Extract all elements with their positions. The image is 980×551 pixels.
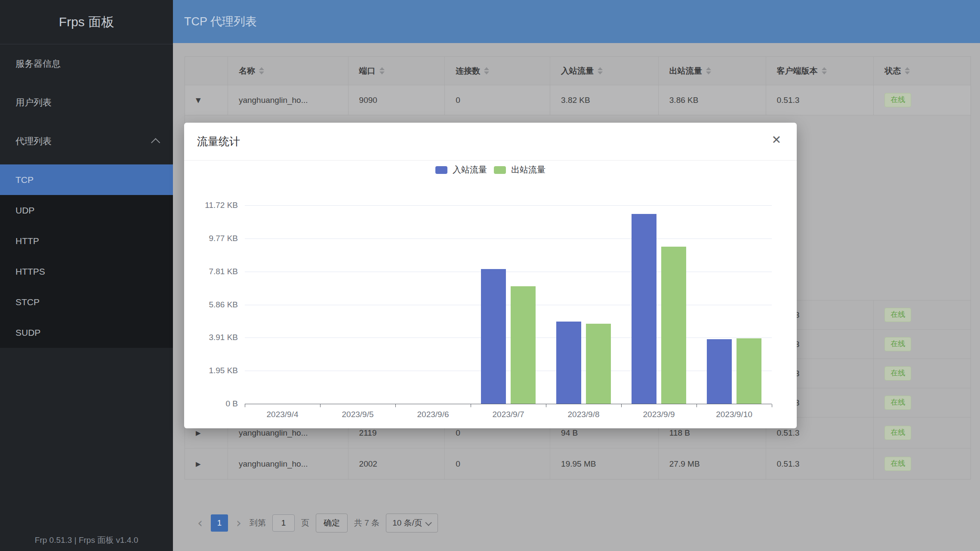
bar-outbound	[586, 324, 611, 404]
page-size-select[interactable]: 10 条/页	[386, 514, 438, 532]
x-axis-tick-label: 2023/9/8	[568, 410, 600, 419]
traffic-in-cell: 3.82 KB	[550, 85, 659, 115]
submenu-label: STCP	[15, 297, 40, 307]
submenu-label: SUDP	[15, 328, 40, 338]
gridline	[245, 337, 772, 338]
column-header-label: 客户端版本	[777, 65, 818, 77]
submenu-item-stcp[interactable]: STCP	[0, 287, 173, 317]
sidebar-item-user-list[interactable]: 用户列表	[0, 87, 173, 118]
collapse-row-caret-icon[interactable]: ▼	[196, 96, 201, 104]
column-header[interactable]: 客户端版本	[766, 57, 874, 85]
submenu-label: TCP	[15, 175, 34, 185]
x-axis-tick-label: 2023/9/10	[716, 410, 752, 419]
submenu-label: UDP	[15, 205, 34, 216]
x-axis-tick	[471, 404, 471, 407]
close-icon[interactable]: ✕	[771, 133, 781, 146]
table-row: ▶yanghuanglin_ho...2002019.95 MB27.9 MB0…	[185, 449, 971, 479]
submenu-item-sudp[interactable]: SUDP	[0, 317, 173, 348]
gridline	[245, 205, 772, 206]
column-header[interactable]: 状态	[874, 57, 971, 85]
status-badge: 在线	[884, 93, 911, 107]
sidebar-menu: 服务器信息 用户列表 代理列表 TCP UDP HTTP HTTPS STCP …	[0, 44, 173, 348]
y-axis-tick-label: 9.77 KB	[209, 234, 238, 243]
status-cell: 在线	[874, 388, 971, 417]
connections-cell: 0	[445, 85, 550, 115]
pagination: ‹ 1 › 到第 页 确定 共 7 条 10 条/页	[196, 513, 438, 533]
chart-legend: 入站流量 出站流量	[184, 164, 797, 176]
traffic-in-cell: 19.95 MB	[550, 449, 659, 479]
page-header: TCP 代理列表	[173, 0, 980, 43]
column-header[interactable]: 入站流量	[550, 57, 659, 85]
x-axis-tick	[546, 404, 546, 407]
legend-label-inbound: 入站流量	[453, 164, 487, 176]
submenu-item-tcp[interactable]: TCP	[0, 164, 173, 195]
proxy-submenu: TCP UDP HTTP HTTPS STCP SUDP	[0, 164, 173, 348]
column-header[interactable]: 名称	[228, 57, 348, 85]
port-cell: 9090	[348, 85, 445, 115]
sidebar-item-label: 用户列表	[15, 96, 52, 108]
x-axis-tick-label: 2023/9/9	[643, 410, 675, 419]
goto-page-input[interactable]	[272, 514, 295, 532]
prev-page-button[interactable]: ‹	[196, 513, 204, 533]
gridline	[245, 238, 772, 239]
submenu-item-https[interactable]: HTTPS	[0, 256, 173, 287]
next-page-button[interactable]: ›	[234, 513, 243, 533]
gridline	[245, 305, 772, 305]
status-badge: 在线	[884, 457, 911, 471]
expand-row-caret-icon[interactable]: ▶	[196, 429, 201, 437]
connections-cell: 0	[445, 449, 550, 479]
column-header-label: 名称	[239, 65, 255, 77]
frps-dashboard: Frps 面板 服务器信息 用户列表 代理列表 TCP UDP HTTP HTT…	[0, 0, 980, 551]
traffic-out-cell: 27.9 MB	[659, 449, 766, 479]
y-axis-tick-label: 1.95 KB	[209, 366, 238, 375]
column-header[interactable]: 出站流量	[659, 57, 766, 85]
chart-plot: 0 B1.95 KB3.91 KB5.86 KB7.81 KB9.77 KB11…	[245, 205, 772, 404]
bar-outbound	[737, 338, 761, 404]
sort-caret-icon	[484, 67, 489, 74]
bar-inbound	[632, 214, 656, 404]
column-header[interactable]: 连接数	[445, 57, 550, 85]
legend-swatch-inbound	[435, 166, 447, 174]
x-axis-line	[245, 404, 772, 404]
table-header-row: 名称端口连接数入站流量出站流量客户端版本状态	[185, 57, 971, 85]
gridline	[245, 272, 772, 272]
dialog-title: 流量统计	[197, 134, 240, 149]
goto-label: 到第	[250, 517, 266, 529]
sort-caret-icon	[379, 67, 385, 74]
x-axis-tick	[696, 404, 697, 407]
page-1-button[interactable]: 1	[211, 514, 228, 532]
divider	[184, 160, 797, 161]
sort-caret-icon	[905, 67, 910, 74]
submenu-label: HTTPS	[15, 266, 45, 277]
total-count-label: 共 7 条	[354, 517, 379, 529]
page-size-value: 10 条/页	[392, 517, 422, 529]
status-cell: 在线	[874, 300, 971, 329]
status-cell: 在线	[874, 359, 971, 388]
expand-row-caret-icon[interactable]: ▶	[196, 460, 201, 468]
client-version-cell: 0.51.3	[766, 85, 874, 115]
bar-inbound	[481, 269, 506, 404]
traffic-out-cell: 3.86 KB	[659, 85, 766, 115]
x-axis-tick-label: 2023/9/6	[417, 410, 449, 419]
x-axis-tick	[395, 404, 396, 407]
column-header[interactable]: 端口	[348, 57, 445, 85]
page-title: TCP 代理列表	[173, 0, 980, 43]
bar-inbound	[556, 322, 581, 404]
confirm-button[interactable]: 确定	[316, 514, 348, 532]
status-cell: 在线	[874, 418, 971, 448]
sort-caret-icon	[822, 67, 827, 74]
x-axis-tick-label: 2023/9/7	[493, 410, 524, 419]
status-badge: 在线	[884, 396, 911, 409]
status-cell: 在线	[874, 449, 971, 479]
sidebar-item-label: 服务器信息	[15, 58, 61, 70]
x-axis-tick	[621, 404, 622, 407]
legend-item-inbound[interactable]: 入站流量	[435, 164, 487, 176]
sidebar-item-proxy-list[interactable]: 代理列表	[0, 126, 173, 157]
status-badge: 在线	[884, 426, 911, 440]
name-cell: yanghuanglin_ho...	[228, 449, 348, 479]
submenu-item-udp[interactable]: UDP	[0, 195, 173, 226]
submenu-item-http[interactable]: HTTP	[0, 226, 173, 256]
sidebar-item-server-info[interactable]: 服务器信息	[0, 48, 173, 79]
legend-item-outbound[interactable]: 出站流量	[494, 164, 545, 176]
expand-cell: ▶	[185, 449, 228, 479]
